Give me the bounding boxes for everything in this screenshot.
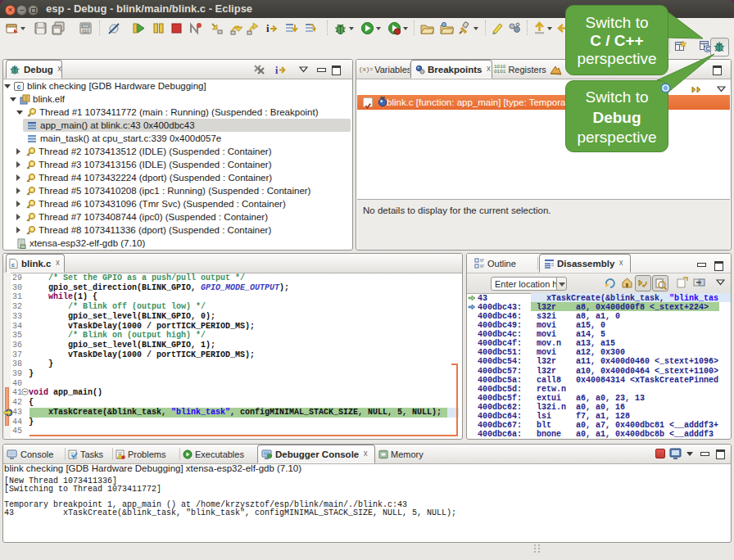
svg-text:c: c [11, 261, 15, 268]
